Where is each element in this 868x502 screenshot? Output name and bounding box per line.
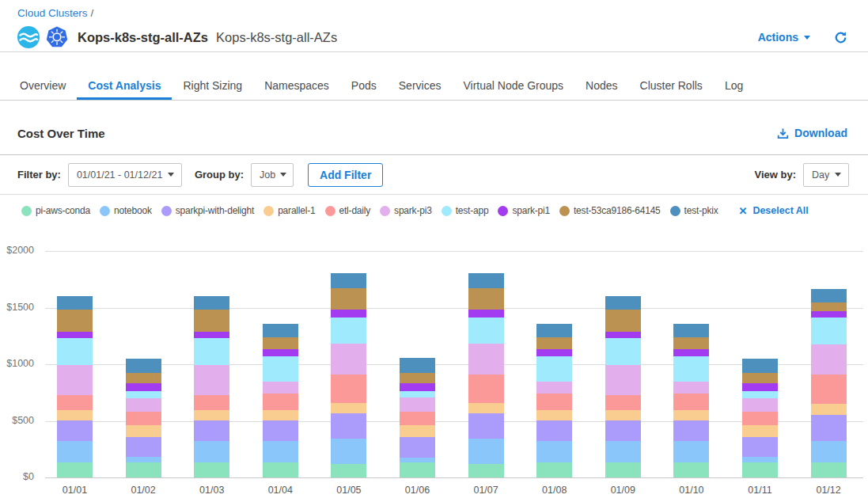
bar-segment-spark-pi1: [811, 311, 847, 318]
bar-segment-spark-pi1: [605, 332, 641, 339]
view-by-select[interactable]: Day: [803, 163, 849, 187]
x-axis-label: 01/08: [527, 485, 582, 496]
bar-segment-test-53ca9186-64145: [126, 373, 161, 383]
kubernetes-logo-icon: [46, 26, 68, 48]
bar-01-03[interactable]: [194, 296, 229, 477]
bar-segment-test-53ca9186-64145: [400, 373, 435, 383]
bar-01-05[interactable]: [331, 273, 366, 477]
add-filter-button[interactable]: Add Filter: [308, 163, 383, 187]
bar-segment-spark-pi3: [742, 398, 778, 412]
legend-item-pi-aws-conda[interactable]: pi-aws-conda: [21, 205, 90, 216]
gridline: [45, 308, 863, 309]
legend-item-test-pkix[interactable]: test-pkix: [670, 205, 718, 216]
bar-01-12[interactable]: [811, 289, 847, 477]
deselect-all-button[interactable]: ✕Deselect All: [738, 205, 808, 217]
bar-segment-sparkpi-with-delight: [673, 420, 709, 441]
bar-segment-spark-pi1: [536, 349, 572, 356]
actions-button[interactable]: Actions: [758, 31, 810, 44]
group-by-select[interactable]: Job: [251, 163, 294, 187]
date-range-select[interactable]: 01/01/21 - 01/12/21: [68, 163, 182, 187]
bar-segment-pi-aws-conda: [126, 462, 161, 477]
bar-segment-spark-pi1: [57, 332, 93, 339]
bar-01-11[interactable]: [742, 359, 778, 477]
bar-segment-etl-daily: [57, 395, 93, 410]
legend-dot: [498, 206, 508, 216]
bar-01-07[interactable]: [468, 273, 504, 477]
cost-chart: $0$500$1000$1500$200001/0101/0201/0301/0…: [0, 226, 868, 502]
bar-segment-sparkpi-with-delight: [536, 420, 572, 441]
legend-item-notebook[interactable]: notebook: [100, 205, 152, 216]
bar-segment-spark-pi3: [811, 344, 847, 375]
bar-segment-spark-pi3: [126, 398, 161, 412]
refresh-icon[interactable]: [834, 31, 847, 44]
bar-01-04[interactable]: [263, 324, 298, 477]
legend-label: pi-aws-conda: [36, 205, 90, 216]
tab-services[interactable]: Services: [388, 79, 453, 100]
bar-segment-parallel-1: [811, 404, 847, 415]
bar-segment-test-53ca9186-64145: [742, 373, 778, 383]
bar-segment-notebook: [331, 439, 366, 463]
bar-segment-parallel-1: [605, 410, 641, 420]
bar-segment-parallel-1: [742, 425, 778, 437]
tab-cluster-rolls[interactable]: Cluster Rolls: [629, 79, 714, 100]
bar-segment-parallel-1: [57, 410, 93, 420]
x-axis-label: 01/07: [458, 485, 514, 496]
x-axis-label: 01/06: [390, 485, 445, 496]
ocean-logo-icon: [17, 26, 40, 48]
tab-cost-analysis[interactable]: Cost Analysis: [77, 79, 172, 100]
y-axis-label: $0: [0, 471, 34, 482]
legend-label: test-53ca9186-64145: [574, 205, 661, 216]
bar-01-10[interactable]: [673, 324, 709, 477]
cluster-subtitle: Kops-k8s-stg-all-AZs: [216, 30, 337, 45]
tab-nodes[interactable]: Nodes: [574, 79, 628, 100]
bar-segment-etl-daily: [263, 394, 298, 410]
close-icon: ✕: [738, 205, 747, 217]
download-button[interactable]: Download: [777, 127, 847, 139]
bar-01-02[interactable]: [126, 359, 161, 477]
tab-namespaces[interactable]: Namespaces: [253, 79, 340, 100]
bar-segment-parallel-1: [331, 403, 366, 413]
x-axis-label: 01/12: [801, 485, 856, 496]
chevron-down-icon: [835, 173, 841, 177]
bar-segment-sparkpi-with-delight: [331, 413, 366, 439]
legend-item-test-53ca9186-64145[interactable]: test-53ca9186-64145: [559, 205, 661, 216]
bar-segment-sparkpi-with-delight: [194, 420, 229, 441]
tab-pods[interactable]: Pods: [340, 79, 388, 100]
tab-overview[interactable]: Overview: [9, 79, 77, 100]
bar-segment-etl-daily: [468, 375, 504, 403]
legend-label: test-pkix: [684, 205, 718, 216]
bar-segment-parallel-1: [194, 410, 229, 420]
bar-segment-etl-daily: [536, 394, 572, 410]
legend-item-test-app[interactable]: test-app: [442, 205, 489, 216]
legend-item-parallel-1[interactable]: parallel-1: [263, 205, 315, 216]
breadcrumb-link-cloud-clusters[interactable]: Cloud Clusters: [17, 7, 88, 19]
bar-segment-test-pkix: [57, 296, 93, 310]
bar-segment-sparkpi-with-delight: [468, 413, 504, 439]
tab-bar: OverviewCost AnalysisRight SizingNamespa…: [0, 52, 868, 101]
legend: pi-aws-condanotebooksparkpi-with-delight…: [0, 195, 868, 226]
legend-item-sparkpi-with-delight[interactable]: sparkpi-with-delight: [161, 205, 254, 216]
y-axis-label: $500: [0, 415, 34, 426]
legend-item-spark-pi1[interactable]: spark-pi1: [498, 205, 550, 216]
bar-segment-parallel-1: [536, 410, 572, 420]
tab-right-sizing[interactable]: Right Sizing: [172, 79, 253, 100]
bar-segment-test-53ca9186-64145: [811, 302, 847, 311]
tab-log[interactable]: Log: [714, 79, 754, 100]
bar-segment-test-app: [468, 318, 504, 344]
bar-01-09[interactable]: [605, 296, 641, 477]
legend-label: spark-pi1: [512, 205, 550, 216]
breadcrumb: Cloud Clusters/: [0, 0, 868, 23]
bar-segment-spark-pi1: [468, 310, 504, 318]
legend-item-spark-pi3[interactable]: spark-pi3: [380, 205, 432, 216]
bar-segment-test-pkix: [331, 273, 366, 288]
y-axis-label: $2000: [0, 245, 34, 256]
bar-01-01[interactable]: [57, 296, 93, 477]
bar-segment-test-pkix: [673, 324, 709, 338]
bar-01-08[interactable]: [536, 324, 572, 477]
group-by-label: Group by:: [195, 169, 244, 181]
bar-segment-test-53ca9186-64145: [536, 337, 572, 348]
gridline: [45, 364, 863, 365]
tab-virtual-node-groups[interactable]: Virtual Node Groups: [452, 79, 574, 100]
legend-item-etl-daily[interactable]: etl-daily: [325, 205, 371, 216]
bar-01-06[interactable]: [400, 358, 435, 477]
